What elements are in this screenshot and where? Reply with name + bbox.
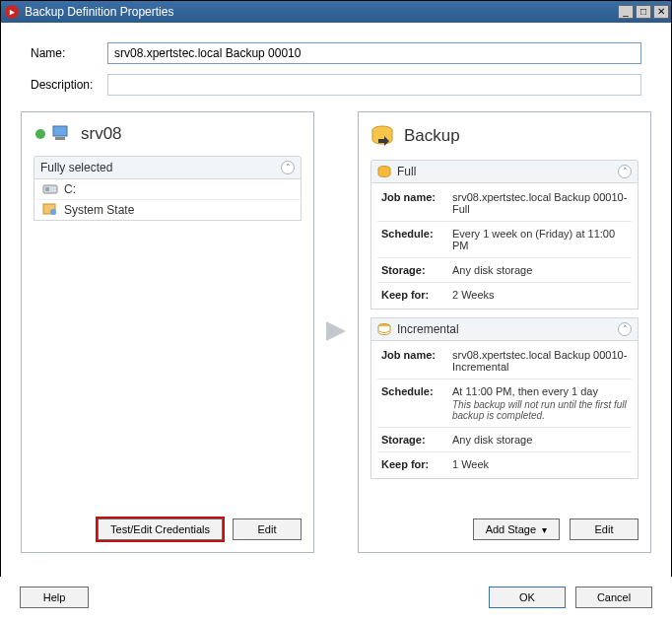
name-label: Name: (31, 46, 107, 60)
ok-button[interactable]: OK (489, 587, 566, 608)
full-job-k: Job name: (381, 191, 444, 215)
full-sto-v: Any disk storage (452, 264, 632, 276)
svg-rect-1 (53, 126, 67, 136)
inc-keep-v: 1 Week (452, 458, 632, 470)
backup-edit-button[interactable]: Edit (570, 518, 638, 540)
inc-sto-k: Storage: (381, 434, 444, 446)
inc-sto-v: Any disk storage (452, 434, 632, 446)
svg-marker-7 (326, 321, 346, 341)
backup-icon (370, 124, 396, 148)
app-icon: ▸ (5, 5, 19, 19)
test-edit-credentials-button[interactable]: Test/Edit Credentials (98, 518, 223, 540)
incremental-icon (377, 322, 391, 336)
svg-point-0 (35, 129, 45, 139)
chevron-up-icon[interactable]: ˄ (618, 165, 632, 178)
full-job-v: srv08.xpertstec.local Backup 00010-Full (452, 191, 632, 215)
description-label: Description: (31, 78, 107, 92)
incremental-body: Job name:srv08.xpertstec.local Backup 00… (370, 341, 638, 479)
disk-icon (42, 183, 58, 195)
close-button[interactable]: ✕ (653, 5, 669, 19)
system-state-icon (42, 203, 58, 217)
minimize-button[interactable]: _ (618, 5, 634, 19)
help-button[interactable]: Help (20, 587, 89, 608)
server-icon (34, 124, 73, 144)
arrow-icon (324, 317, 348, 347)
full-body: Job name:srv08.xpertstec.local Backup 00… (370, 183, 638, 310)
full-sto-k: Storage: (381, 264, 444, 276)
add-stage-button[interactable]: Add Stage (473, 518, 560, 540)
full-heading: Full (397, 165, 416, 178)
chevron-up-icon[interactable]: ˄ (618, 322, 632, 336)
svg-rect-2 (55, 137, 65, 140)
full-icon (377, 165, 391, 178)
fully-selected-label: Fully selected (40, 161, 112, 174)
inc-job-k: Job name: (381, 349, 444, 373)
drive-row[interactable]: C: (34, 179, 301, 200)
inc-job-v: srv08.xpertstec.local Backup 00010-Incre… (452, 349, 632, 373)
backup-panel: Backup Full ˄ Job name:srv08.xpertstec.l… (358, 111, 651, 553)
name-input[interactable] (107, 42, 641, 64)
system-state-label: System State (64, 203, 134, 217)
full-keep-k: Keep for: (381, 289, 444, 301)
inc-sch-sub: This backup will not run until the first… (452, 399, 632, 421)
source-header: srv08 (34, 124, 302, 144)
titlebar: ▸ Backup Definition Properties _ □ ✕ (1, 1, 671, 23)
full-keep-v: 2 Weeks (452, 289, 632, 301)
description-row: Description: (1, 68, 671, 100)
chevron-up-icon[interactable]: ˄ (281, 161, 295, 174)
inc-sch-k: Schedule: (381, 385, 444, 421)
footer: Help OK Cancel (0, 577, 672, 622)
inc-sch-v: At 11:00 PM, then every 1 day This backu… (452, 385, 632, 421)
backup-title: Backup (404, 126, 460, 146)
description-input[interactable] (107, 74, 641, 96)
cancel-button[interactable]: Cancel (575, 587, 652, 608)
full-section-header[interactable]: Full ˄ (370, 160, 638, 183)
full-sch-k: Schedule: (381, 228, 444, 251)
maximize-button[interactable]: □ (636, 5, 651, 19)
svg-point-6 (50, 209, 56, 215)
name-row: Name: (1, 23, 671, 68)
full-sch-v: Every 1 week on (Friday) at 11:00 PM (452, 228, 632, 251)
incremental-section-header[interactable]: Incremental ˄ (370, 317, 638, 341)
source-button-row: Test/Edit Credentials Edit (34, 507, 302, 540)
fully-selected-header[interactable]: Fully selected ˄ (34, 156, 302, 179)
source-edit-button[interactable]: Edit (233, 518, 302, 540)
backup-header: Backup (370, 124, 638, 148)
drive-label: C: (64, 182, 76, 196)
svg-rect-4 (45, 187, 49, 191)
backup-button-row: Add Stage Edit (370, 507, 638, 540)
system-state-row[interactable]: System State (34, 200, 301, 220)
window-title: Backup Definition Properties (25, 5, 618, 19)
selection-tree: C: System State (34, 179, 302, 221)
incremental-heading: Incremental (397, 322, 459, 336)
window-controls: _ □ ✕ (618, 5, 669, 19)
server-name: srv08 (81, 124, 122, 144)
inc-keep-k: Keep for: (381, 458, 444, 470)
source-panel: srv08 Fully selected ˄ C: System State T… (21, 111, 314, 553)
inc-sch-main: At 11:00 PM, then every 1 day (452, 385, 598, 397)
